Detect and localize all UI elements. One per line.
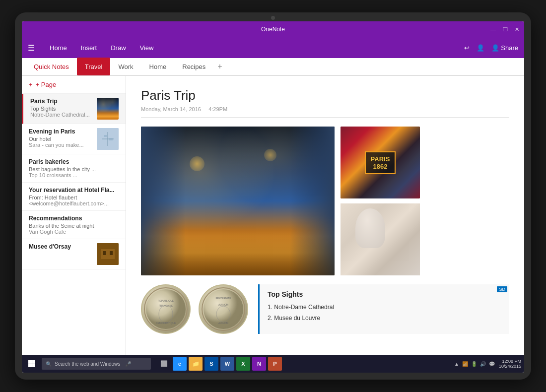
taskbar-app-ie[interactable]: e <box>173 357 187 371</box>
pp-icon: P <box>273 361 276 367</box>
maximize-button[interactable]: ❐ <box>503 26 508 33</box>
top-sights-list: 1. Notre-Dame Cathedral 2. Musee du Louv… <box>268 302 501 324</box>
page-title-reservation: Your reservation at Hotel Fla... <box>29 187 119 194</box>
undo-button[interactable]: ↩ <box>464 44 470 52</box>
tab-quick-notes[interactable]: Quick Notes <box>26 58 77 75</box>
page-subtitle: From: Hotel flaubert <box>29 195 119 200</box>
list-item[interactable]: Paris Trip Top Sights Notre-Dame Cathedr… <box>22 94 126 124</box>
svg-text:AU NOM: AU NOM <box>218 303 228 306</box>
list-item[interactable]: Evening in Paris Our hotel Sara - can yo… <box>22 124 126 154</box>
note-content: Paris Trip Monday, March 14, 2016 4:29PM <box>126 76 524 355</box>
taskbar-app-store[interactable]: S <box>205 357 218 371</box>
page-line2: Van Gogh Cafe <box>29 229 119 235</box>
page-title-musee: Musee d'Orsay <box>29 243 94 250</box>
files-icon: 📁 <box>192 360 200 367</box>
side-images: PARIS 1862 <box>341 127 420 275</box>
close-button[interactable]: ✕ <box>515 26 519 33</box>
coin-right: FRATERNITE AU NOM AU NOM <box>199 284 248 334</box>
note-time: 4:29PM <box>208 106 227 112</box>
note-bottom: REPUBLIQUE FRANCAISE DEMOCRATIQUE <box>141 284 509 334</box>
page-line2: Sara - can you make... <box>29 142 94 148</box>
tray-icons: ▲ 📶 🔋 🔊 💬 <box>454 361 495 367</box>
menu-draw[interactable]: Draw <box>104 37 133 58</box>
list-item[interactable]: Musee d'Orsay <box>22 239 126 269</box>
list-item[interactable]: Recommendations Banks of the Seine at ni… <box>22 211 126 239</box>
taskbar-app-onenote[interactable]: N <box>252 357 266 371</box>
add-page-button[interactable]: + + Page <box>22 76 126 94</box>
menu-insert[interactable]: Insert <box>74 37 104 58</box>
note-title: Paris Trip <box>141 88 509 103</box>
taskbar-tray: ▲ 📶 🔋 🔊 💬 12:08 PM 10/24/2015 <box>454 359 521 369</box>
page-subtitle: Banks of the Seine at night <box>29 223 119 229</box>
screen: OneNote — ❐ ✕ ☰ Home Insert Draw View ↩ … <box>22 21 524 373</box>
menu-view[interactable]: View <box>133 37 161 58</box>
window-controls: — ❐ ✕ <box>490 26 519 33</box>
user-icon[interactable]: 👤 <box>477 44 484 52</box>
hamburger-menu[interactable]: ☰ <box>28 43 35 53</box>
menu-home[interactable]: Home <box>43 37 74 58</box>
tablet-frame: OneNote — ❐ ✕ ☰ Home Insert Draw View ↩ … <box>15 12 531 380</box>
camera <box>271 16 275 20</box>
page-title-paris-trip: Paris Trip <box>30 98 94 105</box>
tab-travel[interactable]: Travel <box>77 58 111 75</box>
start-button[interactable] <box>25 357 39 371</box>
list-item: 1. Notre-Dame Cathedral <box>268 302 501 313</box>
notification-icon[interactable]: 💬 <box>489 361 495 367</box>
taskbar-app-files[interactable]: 📁 <box>189 357 203 371</box>
page-subtitle: Our hotel <box>29 136 94 142</box>
chevron-up-icon[interactable]: ▲ <box>454 361 459 367</box>
excel-icon: X <box>241 361 245 367</box>
svg-text:REPUBLIQUE: REPUBLIQUE <box>158 299 174 302</box>
list-item[interactable]: Paris bakeries Best baguettes in the cit… <box>22 154 126 183</box>
volume-icon[interactable]: 🔊 <box>480 361 486 367</box>
page-subtitle: Top Sights <box>30 106 94 112</box>
svg-text:AU NOM: AU NOM <box>218 322 228 325</box>
tab-work[interactable]: Work <box>110 58 141 75</box>
menu-right: ↩ 👤 👤 Share <box>464 44 518 52</box>
note-meta: Monday, March 14, 2016 4:29PM <box>141 106 509 118</box>
title-bar: OneNote — ❐ ✕ <box>22 21 524 37</box>
note-images: PARIS 1862 <box>141 127 509 275</box>
taskbar-search[interactable]: 🔍 Search the web and Windows 🎤 <box>42 358 151 370</box>
list-item: 2. Musee du Louvre <box>268 313 501 324</box>
list-item[interactable]: Your reservation at Hotel Fla... From: H… <box>22 183 126 211</box>
app-title: OneNote <box>261 26 285 33</box>
sidebar: + + Page Paris Trip Top Sights Notre-Dam… <box>22 76 126 355</box>
taskbar-app-excel[interactable]: X <box>236 357 250 371</box>
coin-left: REPUBLIQUE FRANCAISE DEMOCRATIQUE <box>141 284 191 334</box>
word-icon: W <box>225 361 230 367</box>
paris-sign-image: PARIS 1862 <box>341 127 420 198</box>
windows-logo <box>28 360 35 367</box>
paris-badge: PARIS 1862 <box>365 151 396 174</box>
svg-text:FRATERNITE: FRATERNITE <box>215 297 231 300</box>
page-line2: <welcome@hotelflaubert.com>... <box>29 200 119 206</box>
onenote-icon: N <box>257 361 261 367</box>
page-line2: Top 10 croissants ... <box>29 172 119 178</box>
taskbar-app-pp[interactable]: P <box>268 357 282 371</box>
taskbar-app-word[interactable]: W <box>220 357 234 371</box>
add-tab-button[interactable]: + <box>213 58 226 75</box>
store-icon: S <box>209 361 213 367</box>
ie-icon: e <box>178 361 181 367</box>
battery-icon[interactable]: 🔋 <box>471 361 477 367</box>
svg-rect-4 <box>109 138 113 140</box>
tabs-bar: Quick Notes Travel Work Home Recipes + <box>22 58 524 76</box>
taskbar: 🔍 Search the web and Windows 🎤 ⬜ e 📁 S <box>22 355 524 373</box>
mic-icon[interactable]: 🎤 <box>125 361 131 367</box>
page-thumbnail <box>97 98 119 120</box>
image-overlay <box>141 236 335 275</box>
page-thumbnail <box>97 128 119 150</box>
search-icon: 🔍 <box>46 361 52 367</box>
share-button[interactable]: 👤 Share <box>491 44 518 52</box>
network-icon[interactable]: 📶 <box>462 361 468 367</box>
main-area: + + Page Paris Trip Top Sights Notre-Dam… <box>22 76 524 355</box>
svg-rect-3 <box>104 135 107 137</box>
svg-text:DEMOCRATIQUE: DEMOCRATIQUE <box>156 322 176 325</box>
tab-home[interactable]: Home <box>141 58 175 75</box>
menu-bar: ☰ Home Insert Draw View ↩ 👤 👤 Share <box>22 37 524 58</box>
svg-rect-7 <box>103 251 106 255</box>
minimize-button[interactable]: — <box>490 26 496 33</box>
taskbar-app-taskview[interactable]: ⬜ <box>157 357 171 371</box>
tab-recipes[interactable]: Recipes <box>174 58 213 75</box>
top-sights-panel: SD Top Sights 1. Notre-Dame Cathedral 2.… <box>258 284 509 334</box>
